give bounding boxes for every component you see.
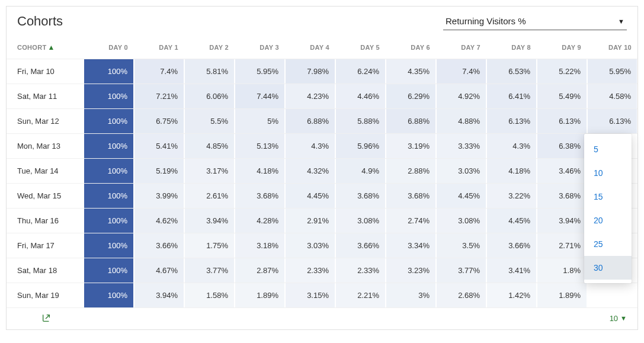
table-row: Sun, Mar 19100%3.94%1.58%1.89%3.15%2.21%… <box>7 283 637 308</box>
value-cell: 3.15% <box>285 283 335 308</box>
card-footer: 10 ▼ <box>7 308 637 329</box>
value-cell: 3.41% <box>486 258 537 283</box>
cohort-label-cell: Mon, Mar 13 <box>7 134 84 159</box>
page-size-select[interactable]: 10 ▼ <box>610 314 627 323</box>
value-cell: 4.67% <box>134 258 184 283</box>
value-cell: 6.13% <box>587 109 637 134</box>
value-cell: 4.88% <box>436 109 486 134</box>
column-header[interactable]: DAY 3 <box>235 35 285 59</box>
chevron-down-icon: ▼ <box>618 18 624 25</box>
column-header[interactable]: DAY 7 <box>436 35 486 59</box>
value-cell: 3.94% <box>184 209 235 233</box>
value-cell: 6.88% <box>285 109 335 134</box>
value-cell: 4.18% <box>486 159 537 184</box>
value-cell: 5.95% <box>235 59 285 84</box>
value-cell: 3.23% <box>386 258 436 283</box>
value-cell: 3.03% <box>285 233 335 258</box>
value-cell: 3.66% <box>134 233 184 258</box>
value-cell: 6.13% <box>537 109 587 134</box>
value-cell: 4.23% <box>285 84 335 109</box>
value-cell: 2.71% <box>537 233 587 258</box>
value-cell: 3% <box>386 283 436 308</box>
value-cell: 5.81% <box>184 59 235 84</box>
value-cell: 2.87% <box>235 258 285 283</box>
value-cell: 7.4% <box>134 59 184 84</box>
value-cell: 5.88% <box>335 109 386 134</box>
value-cell: 5.19% <box>134 159 184 184</box>
page-size-option[interactable]: 30 <box>584 256 632 280</box>
value-cell: 1.89% <box>537 283 587 308</box>
value-cell: 3.66% <box>486 233 537 258</box>
export-icon[interactable] <box>41 313 52 323</box>
page-size-value: 10 <box>610 314 618 323</box>
value-cell: 100% <box>84 209 134 233</box>
value-cell: 6.75% <box>134 109 184 134</box>
value-cell: 4.46% <box>335 84 386 109</box>
value-cell: 6.24% <box>335 59 386 84</box>
cohort-table: COHORT▲DAY 0DAY 1DAY 2DAY 3DAY 4DAY 5DAY… <box>7 35 637 308</box>
value-cell: 2.74% <box>386 209 436 233</box>
value-cell: 6.13% <box>486 109 537 134</box>
value-cell: 3.33% <box>436 134 486 159</box>
table-row: Thu, Mar 16100%4.62%3.94%4.28%2.91%3.08%… <box>7 209 637 233</box>
column-header[interactable]: DAY 8 <box>486 35 537 59</box>
value-cell: 100% <box>84 233 134 258</box>
column-header[interactable]: DAY 2 <box>184 35 235 59</box>
value-cell: 2.33% <box>285 258 335 283</box>
value-cell: 5.5% <box>184 109 235 134</box>
column-header[interactable]: DAY 9 <box>537 35 587 59</box>
value-cell: 5.49% <box>537 84 587 109</box>
value-cell: 3.22% <box>486 184 537 209</box>
cohort-label-cell: Thu, Mar 16 <box>7 209 84 233</box>
value-cell: 4.92% <box>436 84 486 109</box>
column-header[interactable]: DAY 5 <box>335 35 386 59</box>
value-cell: 4.45% <box>436 184 486 209</box>
value-cell: 100% <box>84 134 134 159</box>
value-cell: 3.68% <box>537 184 587 209</box>
page-size-option[interactable]: 5 <box>584 137 632 161</box>
value-cell: 6.29% <box>386 84 436 109</box>
value-cell: 3.5% <box>436 233 486 258</box>
chevron-down-icon: ▼ <box>620 315 627 322</box>
table-row: Sat, Mar 18100%4.67%3.77%2.87%2.33%2.33%… <box>7 258 637 283</box>
value-cell: 4.58% <box>587 84 637 109</box>
value-cell: 2.91% <box>285 209 335 233</box>
page-size-option[interactable]: 20 <box>584 209 632 232</box>
metric-select[interactable]: Returning Visitors % ▼ <box>443 12 627 30</box>
value-cell: 6.38% <box>537 134 587 159</box>
value-cell: 3.94% <box>134 283 184 308</box>
column-header[interactable]: DAY 6 <box>386 35 436 59</box>
column-header[interactable]: DAY 0 <box>84 35 134 59</box>
page-size-option[interactable]: 25 <box>584 232 632 256</box>
value-cell: 5.41% <box>134 134 184 159</box>
value-cell: 5% <box>235 109 285 134</box>
value-cell: 7.98% <box>285 59 335 84</box>
value-cell: 4.45% <box>285 184 335 209</box>
value-cell: 3.77% <box>184 258 235 283</box>
cohort-label-cell: Sun, Mar 12 <box>7 109 84 134</box>
value-cell: 4.28% <box>235 209 285 233</box>
table-row: Sat, Mar 11100%7.21%6.06%7.44%4.23%4.46%… <box>7 84 637 109</box>
value-cell: 3.46% <box>537 159 587 184</box>
value-cell: 100% <box>84 258 134 283</box>
page-size-option[interactable]: 15 <box>584 185 632 209</box>
cohort-label-cell: Sat, Mar 11 <box>7 84 84 109</box>
table-row: Tue, Mar 14100%5.19%3.17%4.18%4.32%4.9%2… <box>7 159 637 184</box>
value-cell: 4.32% <box>285 159 335 184</box>
value-cell: 2.21% <box>335 283 386 308</box>
sort-asc-icon: ▲ <box>47 43 55 52</box>
cohort-label-cell: Fri, Mar 17 <box>7 233 84 258</box>
table-row: Mon, Mar 13100%5.41%4.85%5.13%4.3%5.96%3… <box>7 134 637 159</box>
value-cell: 4.18% <box>235 159 285 184</box>
column-header[interactable]: DAY 4 <box>285 35 335 59</box>
page-title: Cohorts <box>17 14 63 29</box>
value-cell: 3.03% <box>436 159 486 184</box>
column-header[interactable]: DAY 1 <box>134 35 184 59</box>
column-header[interactable]: COHORT▲ <box>7 35 84 59</box>
value-cell: 100% <box>84 84 134 109</box>
value-cell: 3.68% <box>335 184 386 209</box>
value-cell: 3.18% <box>235 233 285 258</box>
column-header[interactable]: DAY 10 <box>587 35 637 59</box>
value-cell: 4.35% <box>386 59 436 84</box>
page-size-option[interactable]: 10 <box>584 161 632 185</box>
